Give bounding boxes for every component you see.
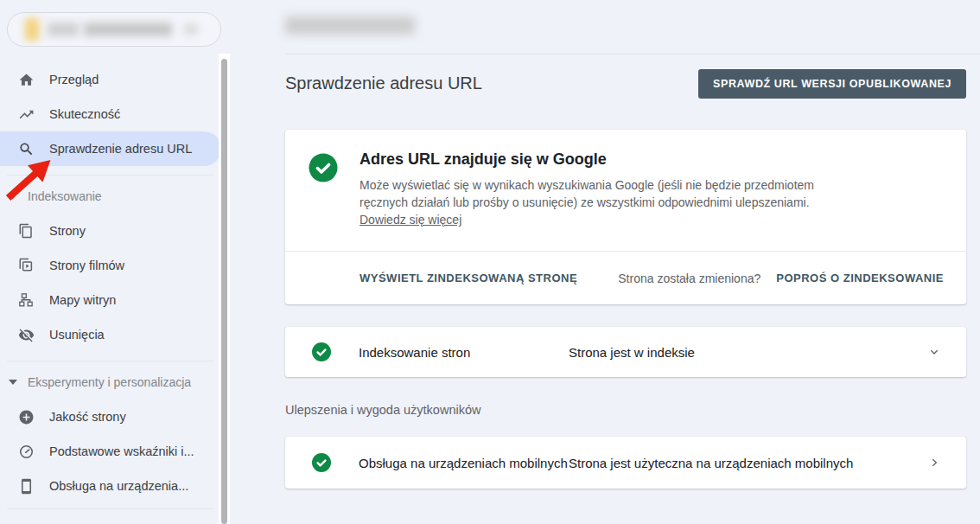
sidebar-item-removals[interactable]: Usunięcia [0, 317, 221, 352]
mobile-usability-icon [17, 477, 35, 495]
status-description: Może wyświetlać się w wynikach wyszukiwa… [360, 176, 854, 228]
sidebar-item-label: Strony filmów [49, 259, 124, 272]
card-title: Indeksowanie stron [359, 345, 470, 360]
footer-right-group: Strona została zmieniona? POPROŚ O ZINDE… [618, 272, 944, 285]
page-changed-label: Strona została zmieniona? [618, 272, 760, 285]
status-title: Adres URL znajduje się w Google [360, 150, 607, 169]
mobile-usability-card[interactable]: Obsługa na urządzeniach mobilnych Strona… [285, 437, 966, 489]
page-experience-icon [17, 408, 35, 425]
inspected-url-redacted [285, 16, 415, 35]
request-indexing-button[interactable]: POPROŚ O ZINDEKSOWANIE [776, 272, 944, 284]
sidebar-item-sitemaps[interactable]: Mapy witryn [0, 283, 221, 317]
removals-icon [17, 326, 35, 343]
sitemaps-icon [17, 291, 35, 309]
property-favicon-redacted [25, 18, 39, 41]
property-chevron-redacted [184, 24, 198, 35]
sidebar-section-indexing[interactable]: Indeksowanie [0, 179, 221, 214]
home-icon [17, 71, 35, 88]
card-status: Strona jest użyteczna na urządzeniach mo… [569, 456, 853, 470]
sidebar-item-mobile-usability[interactable]: Obsługa na urządzenia... [0, 469, 221, 503]
sidebar-item-label: Skuteczność [49, 107, 120, 121]
sidebar-item-overview[interactable]: Przegląd [0, 62, 221, 97]
sidebar-scrollbar-track [219, 54, 230, 524]
sidebar-item-label: Usunięcia [49, 328, 105, 342]
divider [285, 54, 980, 54]
page-title: Sprawdzenie adresu URL [285, 73, 482, 93]
property-selector[interactable] [7, 12, 221, 47]
app: Przegląd Skuteczność Sprawdzenie adresu … [0, 0, 980, 524]
property-name-redacted [48, 22, 79, 36]
card-title: Obsługa na urządzeniach mobilnych [359, 456, 568, 470]
sidebar-item-label: Jakość strony [49, 410, 126, 424]
sidebar-item-label: Przegląd [49, 73, 99, 86]
success-check-icon [308, 152, 339, 183]
chevron-right-icon[interactable] [927, 456, 941, 470]
sidebar-item-page-experience[interactable]: Jakość strony [0, 399, 221, 434]
chevron-down-icon[interactable] [927, 345, 941, 359]
section-label: Indeksowanie [28, 189, 102, 203]
url-status-card: Adres URL znajduje się w Google Może wyś… [285, 130, 966, 304]
success-check-icon [311, 342, 332, 362]
core-web-vitals-icon [17, 443, 35, 460]
page-indexing-card[interactable]: Indeksowanie stron Strona jest w indeksi… [285, 327, 966, 377]
collapse-triangle-icon [9, 194, 17, 199]
performance-icon [17, 105, 35, 123]
sidebar-item-label: Strony [49, 224, 86, 238]
view-indexed-page-button[interactable]: WYŚWIETL ZINDEKSOWANĄ STRONĘ [360, 272, 577, 284]
property-name-redacted2 [84, 22, 172, 36]
success-check-icon [311, 452, 332, 473]
sidebar-item-label: Podstawowe wskaźniki i... [49, 444, 194, 458]
pages-icon [17, 222, 35, 240]
sidebar-item-pages[interactable]: Strony [0, 214, 221, 248]
sidebar-item-performance[interactable]: Skuteczność [0, 97, 221, 131]
sidebar-item-url-inspection[interactable]: Sprawdzenie adresu URL [0, 131, 221, 166]
learn-more-link[interactable]: Dowiedz się więcej [360, 213, 461, 227]
sidebar-item-video-pages[interactable]: Strony filmów [0, 248, 221, 283]
sidebar: Przegląd Skuteczność Sprawdzenie adresu … [0, 0, 259, 524]
collapse-triangle-icon [9, 380, 17, 385]
divider [7, 508, 214, 509]
sidebar-item-core-web-vitals[interactable]: Podstawowe wskaźniki i... [0, 434, 221, 469]
sidebar-scrollbar-thumb[interactable] [221, 59, 227, 524]
status-card-footer: WYŚWIETL ZINDEKSOWANĄ STRONĘ Strona zost… [285, 252, 966, 304]
card-status: Strona jest w indeksie [569, 345, 695, 360]
sidebar-item-label: Sprawdzenie adresu URL [49, 142, 192, 156]
status-description-text: Może wyświetlać się w wynikach wyszukiwa… [360, 178, 814, 209]
sidebar-section-experience[interactable]: Eksperymenty i personalizacja [0, 365, 221, 399]
search-icon [17, 140, 35, 157]
sidebar-nav: Przegląd Skuteczność Sprawdzenie adresu … [0, 62, 221, 509]
video-pages-icon [17, 257, 35, 274]
test-live-url-button[interactable]: SPRAWDŹ URL WERSJI OPUBLIKOWANEJ [698, 69, 966, 99]
sidebar-item-label: Mapy witryn [49, 293, 116, 307]
section-label: Eksperymenty i personalizacja [28, 375, 191, 389]
enhancements-section-title: Ulepszenia i wygoda użytkowników [285, 403, 480, 417]
sidebar-item-label: Obsługa na urządzenia... [49, 479, 188, 493]
main-content: Sprawdzenie adresu URL SPRAWDŹ URL WERSJ… [259, 0, 980, 524]
